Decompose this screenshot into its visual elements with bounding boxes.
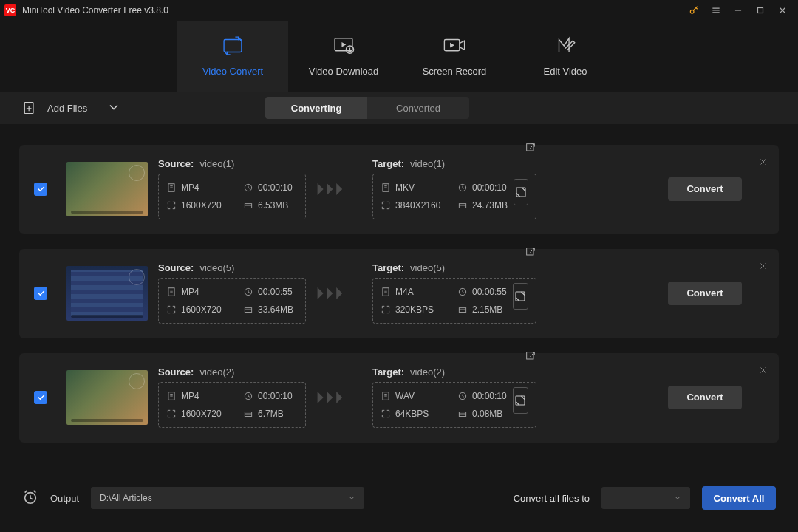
convert-all-files-to-label: Convert all files to xyxy=(514,493,590,504)
source-filename: video(2) xyxy=(200,366,234,378)
app-logo-icon: VC xyxy=(4,4,16,16)
target-settings-button[interactable] xyxy=(514,179,528,205)
convert-button[interactable]: Convert xyxy=(668,177,742,201)
svg-marker-4 xyxy=(341,42,346,47)
remove-item-icon[interactable] xyxy=(758,157,768,169)
clock-icon xyxy=(243,183,253,193)
activate-icon[interactable] xyxy=(683,0,705,21)
format-icon xyxy=(381,391,391,401)
target-label: Target: xyxy=(372,366,404,378)
svg-rect-28 xyxy=(527,352,533,359)
svg-rect-15 xyxy=(459,204,466,208)
item-checkbox[interactable] xyxy=(34,183,47,196)
target-format-dropdown[interactable] xyxy=(601,487,690,509)
conversion-item: Source: video(5) MP4 00:00:55 1600X720 3… xyxy=(19,249,779,338)
resolution-icon xyxy=(381,409,391,419)
item-checkbox[interactable] xyxy=(34,391,47,404)
resolution-icon xyxy=(166,409,177,419)
conversion-list: Source: video(1) MP4 00:00:10 1600X720 6… xyxy=(0,124,798,470)
source-info: MP4 00:00:55 1600X720 33.64MB xyxy=(158,278,306,324)
target-settings-button[interactable] xyxy=(513,283,528,310)
tab-edit-video[interactable]: Edit Video xyxy=(510,21,621,92)
remove-item-icon[interactable] xyxy=(758,261,768,273)
minimize-button[interactable] xyxy=(727,0,749,21)
close-button[interactable] xyxy=(771,0,794,21)
target-block: Target: video(5) M4A 00:00:55 320KBPS 2.… xyxy=(372,262,536,324)
format-icon xyxy=(166,287,177,297)
size-icon xyxy=(457,409,468,419)
remove-item-icon[interactable] xyxy=(758,365,768,378)
svg-rect-31 xyxy=(459,412,466,417)
output-path-dropdown[interactable]: D:\All Articles xyxy=(91,487,364,509)
size-icon xyxy=(243,409,253,419)
seg-converting[interactable]: Converting xyxy=(265,97,367,119)
seg-converted[interactable]: Converted xyxy=(367,97,469,119)
target-block: Target: video(2) WAV 00:00:10 64KBPS 0.0… xyxy=(372,366,536,428)
arrow-icon xyxy=(316,389,352,406)
convert-button[interactable]: Convert xyxy=(668,386,742,409)
source-block: Source: video(2) MP4 00:00:10 1600X720 6… xyxy=(158,366,306,428)
svg-point-0 xyxy=(690,10,694,13)
source-block: Source: video(1) MP4 00:00:10 1600X720 6… xyxy=(158,158,306,219)
target-filename: video(1) xyxy=(410,158,445,169)
edit-target-icon[interactable] xyxy=(525,142,536,156)
size-icon xyxy=(243,200,253,211)
target-filename: video(5) xyxy=(410,262,445,273)
tab-screen-record[interactable]: Screen Record xyxy=(399,21,510,92)
chevron-down-icon xyxy=(674,493,681,504)
titlebar: VC MiniTool Video Converter Free v3.8.0 xyxy=(0,0,798,21)
edit-target-icon[interactable] xyxy=(525,350,536,364)
menu-icon[interactable] xyxy=(705,0,727,21)
source-label: Source: xyxy=(158,262,194,273)
target-block: Target: video(1) MKV 00:00:10 3840X2160 … xyxy=(372,158,536,219)
edit-icon xyxy=(553,35,578,58)
tab-video-download[interactable]: Video Download xyxy=(288,21,399,92)
svg-marker-7 xyxy=(450,43,454,48)
size-icon xyxy=(243,304,253,315)
source-info: MP4 00:00:10 1600X720 6.7MB xyxy=(158,382,306,428)
status-segmented: Converting Converted xyxy=(265,97,469,119)
resolution-icon xyxy=(381,200,391,211)
svg-rect-1 xyxy=(758,8,763,13)
edit-target-icon[interactable] xyxy=(525,246,536,260)
svg-rect-27 xyxy=(245,412,251,417)
resolution-icon xyxy=(166,304,177,315)
arrow-icon xyxy=(316,285,352,301)
tab-video-convert[interactable]: Video Convert xyxy=(177,21,288,92)
source-info: MP4 00:00:10 1600X720 6.53MB xyxy=(158,174,306,219)
add-files-caret-icon[interactable] xyxy=(106,100,121,117)
svg-rect-12 xyxy=(527,144,533,151)
maximize-button[interactable] xyxy=(749,0,771,21)
svg-rect-2 xyxy=(224,40,242,52)
target-info: MKV 00:00:10 3840X2160 24.73MB xyxy=(372,174,536,219)
resolution-icon xyxy=(381,304,391,315)
item-thumbnail[interactable] xyxy=(66,266,148,321)
clock-icon xyxy=(457,183,468,193)
item-thumbnail[interactable] xyxy=(66,370,148,425)
target-filename: video(2) xyxy=(410,366,445,378)
arrow-icon xyxy=(316,181,352,197)
alarm-icon[interactable] xyxy=(22,489,38,508)
clock-icon xyxy=(243,287,253,297)
tab-label: Edit Video xyxy=(543,66,587,77)
convert-button[interactable]: Convert xyxy=(668,282,742,305)
target-info: M4A 00:00:55 320KBPS 2.15MB xyxy=(372,278,536,324)
convert-all-button[interactable]: Convert All xyxy=(702,486,776,510)
item-checkbox[interactable] xyxy=(34,287,47,300)
output-label: Output xyxy=(50,493,79,504)
window-title: MiniTool Video Converter Free v3.8.0 xyxy=(22,5,683,16)
size-icon xyxy=(457,304,468,315)
source-filename: video(1) xyxy=(200,158,234,169)
target-settings-button[interactable] xyxy=(513,387,528,414)
format-icon xyxy=(381,287,391,297)
add-files-button[interactable]: Add Files xyxy=(22,100,121,117)
svg-rect-32 xyxy=(516,396,525,405)
item-thumbnail[interactable] xyxy=(66,162,148,216)
add-files-label: Add Files xyxy=(47,103,87,114)
format-icon xyxy=(166,183,177,193)
size-icon xyxy=(457,200,468,211)
conversion-item: Source: video(2) MP4 00:00:10 1600X720 6… xyxy=(19,353,779,443)
download-icon xyxy=(331,35,356,58)
chevron-down-icon xyxy=(348,493,355,504)
format-icon xyxy=(381,183,391,193)
